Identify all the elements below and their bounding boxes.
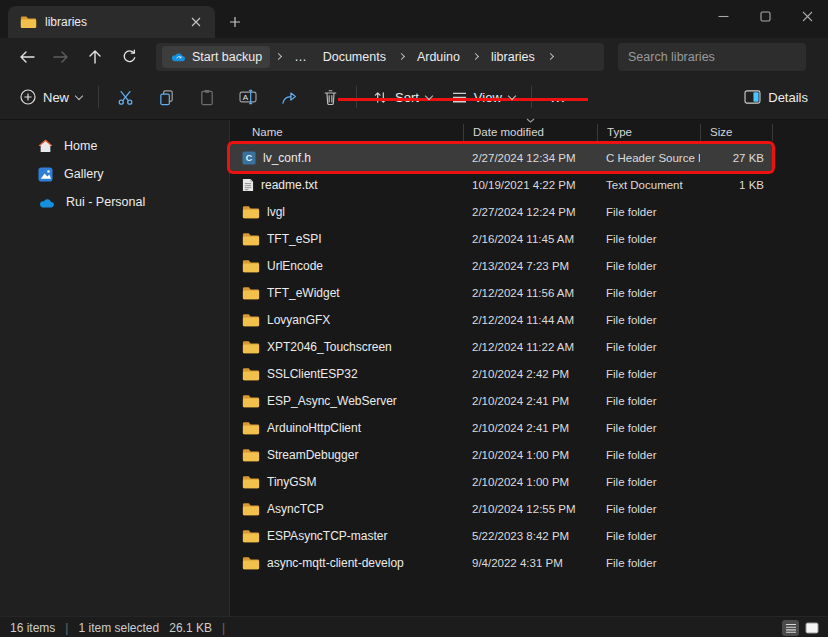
file-date-modified: 2/12/2024 11:56 AM <box>463 287 597 299</box>
address-bar: Start backup … Documents Arduino librari… <box>0 38 828 75</box>
items-count: 16 items <box>10 621 55 635</box>
file-name: ESP_Async_WebServer <box>267 394 397 408</box>
file-type: File folder <box>597 233 700 245</box>
file-name-cell: async-mqtt-client-develop <box>230 556 463 570</box>
file-row-AsyncTCP[interactable]: AsyncTCP2/10/2024 12:55 PMFile folder <box>230 495 772 522</box>
tab-libraries[interactable]: libraries <box>8 6 215 38</box>
file-name: async-mqtt-client-develop <box>267 556 404 570</box>
sort-indicator-icon <box>526 118 535 123</box>
column-headers: Name Date modified Type Size <box>230 120 828 144</box>
selection-size: 26.1 KB <box>169 621 212 635</box>
folder-icon <box>242 529 260 543</box>
back-icon[interactable] <box>12 43 42 71</box>
window-controls <box>702 0 828 32</box>
file-date-modified: 2/16/2024 11:45 AM <box>463 233 597 245</box>
delete-button[interactable] <box>311 81 350 113</box>
sidebar-item-home[interactable]: Home <box>6 132 223 160</box>
paste-button[interactable] <box>187 81 227 113</box>
file-row-SSLClientESP32[interactable]: SSLClientESP322/10/2024 2:42 PMFile fold… <box>230 360 772 387</box>
search-box[interactable] <box>618 43 806 71</box>
file-name: TFT_eSPI <box>267 232 322 246</box>
column-header-spacer <box>772 124 828 141</box>
status-divider: | <box>222 621 225 635</box>
file-type: File folder <box>597 449 700 461</box>
file-row-TinyGSM[interactable]: TinyGSM2/10/2024 1:00 PMFile folder <box>230 468 772 495</box>
breadcrumb-documents[interactable]: Documents <box>316 48 393 66</box>
breadcrumb-overflow[interactable]: … <box>287 48 314 66</box>
column-header-name[interactable]: Name <box>230 124 463 141</box>
folder-icon <box>242 502 260 516</box>
folder-icon <box>242 232 260 246</box>
c-file-icon: C <box>242 151 256 165</box>
details-pane-button[interactable]: Details <box>734 81 818 113</box>
file-row-ESPAsyncTCP-master[interactable]: ESPAsyncTCP-master5/22/2023 8:42 PMFile … <box>230 522 772 549</box>
file-name: SSLClientESP32 <box>267 367 358 381</box>
close-button[interactable] <box>786 0 828 32</box>
search-input[interactable] <box>628 50 796 64</box>
tab-close-icon[interactable] <box>187 13 205 31</box>
file-name-cell: XPT2046_Touchscreen <box>230 340 463 354</box>
file-row-TFT_eSPI[interactable]: TFT_eSPI2/16/2024 11:45 AMFile folder <box>230 225 772 252</box>
file-row-async-mqtt-client-develop[interactable]: async-mqtt-client-develop9/4/2022 4:31 P… <box>230 549 772 576</box>
file-date-modified: 9/4/2022 4:31 PM <box>463 557 597 569</box>
file-name: UrlEncode <box>267 259 323 273</box>
onedrive-icon <box>38 197 55 208</box>
file-row-lv_conf.h[interactable]: Clv_conf.h2/27/2024 12:34 PMC Header Sou… <box>230 144 772 171</box>
rename-button[interactable]: A <box>227 81 269 113</box>
file-name-cell: Clv_conf.h <box>230 151 463 165</box>
file-row-lvgl[interactable]: lvgl2/27/2024 12:24 PMFile folder <box>230 198 772 225</box>
column-header-size[interactable]: Size <box>700 124 772 141</box>
file-name-cell: UrlEncode <box>230 259 463 273</box>
refresh-icon[interactable] <box>114 43 144 71</box>
main-area: Home Gallery Rui - Personal Name Date <box>0 120 828 616</box>
folder-icon <box>20 15 37 29</box>
folder-icon <box>242 205 260 219</box>
new-tab-button[interactable] <box>229 6 241 38</box>
new-button[interactable]: New <box>10 81 92 113</box>
share-button[interactable] <box>269 81 311 113</box>
file-name-cell: ESPAsyncTCP-master <box>230 529 463 543</box>
file-name-cell: StreamDebugger <box>230 448 463 462</box>
sort-button[interactable]: Sort <box>363 81 442 113</box>
file-row-readme.txt[interactable]: readme.txt10/19/2021 4:22 PMText Documen… <box>230 171 772 198</box>
forward-icon[interactable] <box>46 43 76 71</box>
file-type: File folder <box>597 287 700 299</box>
thumbnail-view-toggle[interactable] <box>803 620 820 636</box>
status-bar: 16 items | 1 item selected 26.1 KB | <box>0 616 828 637</box>
file-row-LovyanGFX[interactable]: LovyanGFX2/12/2024 11:44 AMFile folder <box>230 306 772 333</box>
file-name: StreamDebugger <box>267 448 358 462</box>
chevron-right-icon <box>275 53 282 60</box>
sidebar-item-gallery[interactable]: Gallery <box>6 160 223 188</box>
minimize-button[interactable] <box>702 0 744 32</box>
rename-icon: A <box>239 89 257 105</box>
column-header-date-modified[interactable]: Date modified <box>463 124 597 141</box>
view-button-label: View <box>474 90 502 105</box>
file-row-ArduinoHttpClient[interactable]: ArduinoHttpClient2/10/2024 2:41 PMFile f… <box>230 414 772 441</box>
onedrive-sync-icon <box>170 51 186 62</box>
file-row-UrlEncode[interactable]: UrlEncode2/13/2024 7:23 PMFile folder <box>230 252 772 279</box>
selection-count: 1 item selected <box>78 621 159 635</box>
file-type: File folder <box>597 341 700 353</box>
breadcrumb-arduino[interactable]: Arduino <box>410 48 467 66</box>
column-header-type[interactable]: Type <box>597 124 700 141</box>
file-name: ESPAsyncTCP-master <box>267 529 387 543</box>
file-row-ESP_Async_WebServer[interactable]: ESP_Async_WebServer2/10/2024 2:41 PMFile… <box>230 387 772 414</box>
breadcrumb-libraries[interactable]: libraries <box>484 48 542 66</box>
cut-button[interactable] <box>105 81 146 113</box>
more-options-button[interactable]: … <box>538 88 579 106</box>
file-row-XPT2046_Touchscreen[interactable]: XPT2046_Touchscreen2/12/2024 11:22 AMFil… <box>230 333 772 360</box>
up-icon[interactable] <box>80 43 110 71</box>
folder-icon <box>242 259 260 273</box>
file-type: File folder <box>597 476 700 488</box>
sidebar-item-onedrive[interactable]: Rui - Personal <box>6 188 223 216</box>
svg-text:A: A <box>243 93 249 102</box>
copy-button[interactable] <box>146 81 187 113</box>
file-date-modified: 2/27/2024 12:34 PM <box>463 152 597 164</box>
details-view-toggle[interactable] <box>782 620 799 636</box>
file-row-StreamDebugger[interactable]: StreamDebugger2/10/2024 1:00 PMFile fold… <box>230 441 772 468</box>
file-row-TFT_eWidget[interactable]: TFT_eWidget2/12/2024 11:56 AMFile folder <box>230 279 772 306</box>
view-button[interactable]: View <box>442 81 525 113</box>
start-backup-button[interactable]: Start backup <box>162 46 270 68</box>
maximize-button[interactable] <box>744 0 786 32</box>
file-size: 27 KB <box>700 152 772 164</box>
